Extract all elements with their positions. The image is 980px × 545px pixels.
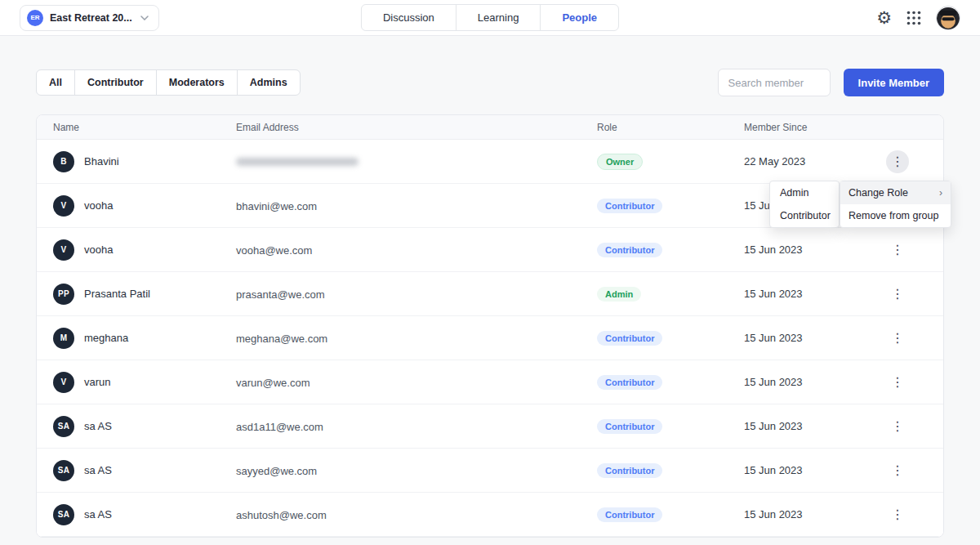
invite-member-button[interactable]: Invite Member [844,69,944,96]
group-selector[interactable]: ER East Retreat 20... [20,5,159,31]
column-header-member-since: Member Since [744,122,886,133]
member-since-date: 15 Jun 2023 [744,508,886,520]
row-actions-kebab-icon[interactable]: ⋮ [886,239,909,261]
member-role-cell: Admin [597,286,744,302]
table-row: PPPrasanta Patilprasanta@we.comAdmin15 J… [37,272,943,316]
role-badge: Owner [597,154,643,170]
table-header-row: NameEmail AddressRoleMember Since [37,115,943,140]
row-actions-cell: ⋮ [886,150,927,173]
member-email: bhavini@we.com [236,200,317,212]
member-since-date: 15 Jun 2023 [744,288,886,300]
member-since-date: 15 Jun 2023 [744,464,886,476]
tab-people[interactable]: People [540,5,618,30]
row-actions-cell: ⋮ [886,327,927,350]
member-name-cell: SAsa AS [53,460,236,481]
member-name-cell: BBhavini [53,151,236,172]
member-email-cell: meghana@we.com [236,331,597,346]
members-table: NameEmail AddressRoleMember Since BBhavi… [36,114,944,538]
member-email: meghana@we.com [236,333,327,345]
submenu-item-contributor[interactable]: Contributor [770,204,839,227]
member-since-date: 15 Jun 2023 [744,376,886,388]
chevron-down-icon [140,16,149,20]
submenu-arrow-icon: › [939,187,942,199]
member-email: prasanta@we.com [236,288,325,301]
member-avatar: PP [53,284,74,305]
member-email-cell: sayyed@we.com [236,463,597,478]
row-actions-cell: ⋮ [886,415,927,438]
filter-all[interactable]: All [37,70,74,95]
table-row: SAsa ASasd1a11@we.comContributor15 Jun 2… [37,404,943,449]
member-email: sayyed@we.com [236,465,317,477]
member-name: sa AS [84,420,112,432]
row-actions-kebab-icon[interactable]: ⋮ [886,503,909,526]
table-row: Mmeghanameghana@we.comContributor15 Jun … [37,316,943,360]
member-name: vooha [84,243,113,256]
group-name: East Retreat 20... [50,12,132,24]
member-role-cell: Contributor [597,507,744,522]
member-name-cell: SAsa AS [53,416,236,437]
main-content: AllContributorModeratorsAdmins Invite Me… [0,69,980,538]
member-since-date: 15 Jun 2023 [744,332,886,344]
member-name: sa AS [84,464,112,476]
menu-item-change-role[interactable]: Change Role› [840,181,951,204]
member-name: vooha [84,199,113,212]
filter-moderators[interactable]: Moderators [156,70,237,95]
member-name-cell: Vvooha [53,195,236,217]
role-badge: Contributor [597,375,662,390]
row-actions-kebab-icon[interactable]: ⋮ [886,371,909,394]
member-email-cell: varun@we.com [236,375,597,390]
member-name: Bhavini [84,155,119,168]
member-name-cell: SAsa AS [53,504,236,525]
row-actions-kebab-icon[interactable]: ⋮ [886,459,909,482]
submenu-item-admin[interactable]: Admin [770,181,839,204]
member-avatar: SA [53,416,74,437]
member-name: Prasanta Patil [84,288,150,300]
settings-gear-icon[interactable]: ⚙ [876,9,892,26]
member-since-date: 22 May 2023 [744,155,886,168]
role-badge: Contributor [597,199,662,213]
nav-tabs: DiscussionLearningPeople [361,4,619,31]
row-actions-cell: ⋮ [886,239,927,261]
member-email-cell: bhavini@we.com [236,199,597,213]
member-email: varun@we.com [236,377,310,389]
search-member-input[interactable] [718,69,831,96]
row-actions-kebab-icon[interactable]: ⋮ [886,327,909,350]
member-avatar: V [53,239,74,261]
role-filters: AllContributorModeratorsAdmins [36,69,301,96]
member-role-cell: Contributor [597,374,744,390]
member-since-date: 15 Jun 2023 [744,243,886,256]
row-actions-kebab-icon[interactable]: ⋮ [886,150,909,173]
topbar: ER East Retreat 20... DiscussionLearning… [0,0,980,36]
member-email-cell: asd1a11@we.com [236,419,597,434]
table-row: Vvarunvarun@we.comContributor15 Jun 2023… [37,360,943,404]
member-avatar: V [53,195,74,217]
role-badge: Contributor [597,507,662,522]
row-actions-cell: ⋮ [886,503,927,526]
member-email: vooha@we.com [236,244,312,257]
member-name-cell: Vvarun [53,372,236,393]
member-avatar: SA [53,504,74,525]
row-actions-kebab-icon[interactable]: ⋮ [886,283,909,306]
redacted-email [236,158,359,166]
filter-contributor[interactable]: Contributor [74,70,156,95]
row-actions-cell: ⋮ [886,459,927,482]
member-email: ashutosh@we.com [236,509,327,521]
role-badge: Contributor [597,419,662,434]
role-badge: Admin [597,287,641,302]
member-email: asd1a11@we.com [236,421,323,433]
apps-grid-icon[interactable] [906,11,921,25]
role-badge: Contributor [597,243,662,257]
filter-admins[interactable]: Admins [237,70,300,95]
member-email-cell: ashutosh@we.com [236,507,597,522]
tab-discussion[interactable]: Discussion [362,5,456,30]
toolbar-right: Invite Member [718,69,944,96]
member-role-cell: Contributor [597,330,744,346]
user-avatar[interactable] [936,6,960,30]
role-badge: Contributor [597,463,662,478]
tab-learning[interactable]: Learning [456,5,541,30]
menu-item-remove-from-group[interactable]: Remove from group [840,204,951,227]
group-avatar: ER [27,10,43,26]
table-row: SAsa ASsayyed@we.comContributor15 Jun 20… [37,449,943,493]
row-actions-kebab-icon[interactable]: ⋮ [886,415,909,438]
member-name-cell: PPPrasanta Patil [53,284,236,305]
